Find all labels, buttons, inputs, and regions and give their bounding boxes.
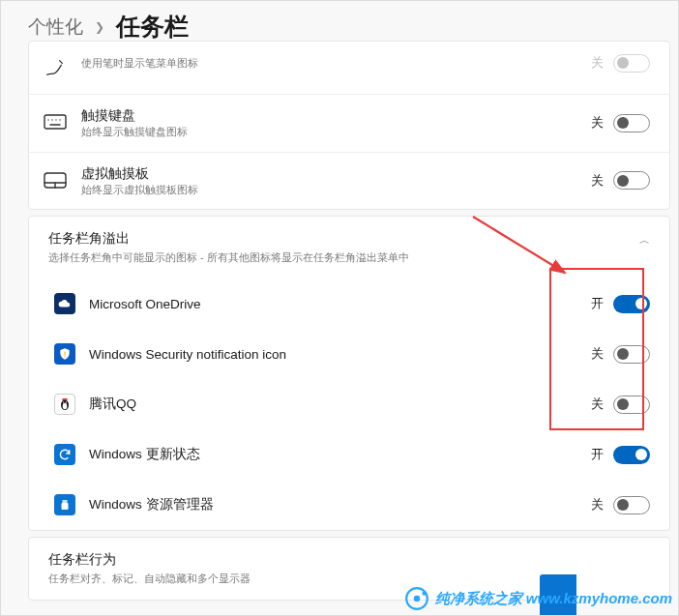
row-touch-keyboard[interactable]: 触摸键盘 始终显示触摸键盘图标 关	[29, 94, 669, 152]
toggle-state-label: 关	[591, 396, 604, 413]
section-header-overflow[interactable]: 任务栏角溢出 选择任务栏角中可能显示的图标 - 所有其他图标将显示在任务栏角溢出…	[29, 217, 669, 279]
svg-point-12	[66, 401, 67, 402]
toggle-control: 开	[591, 295, 650, 313]
toggle-onedrive[interactable]	[613, 295, 650, 313]
toggle-touch-keyboard[interactable]	[613, 114, 650, 132]
toggle-qq[interactable]	[613, 396, 650, 414]
overflow-item-label: Windows 更新状态	[89, 446, 591, 463]
row-title: 触摸键盘	[81, 106, 591, 124]
sec-icon	[54, 343, 75, 365]
overflow-list: Microsoft OneDrive开Windows Security noti…	[29, 279, 669, 530]
svg-point-10	[63, 403, 68, 410]
toggle-state-label: 关	[591, 345, 604, 363]
row-desc: 始终显示虚拟触摸板图标	[81, 183, 591, 197]
svg-rect-15	[62, 503, 69, 510]
toggle-update[interactable]	[613, 446, 650, 464]
overflow-item-label: Microsoft OneDrive	[89, 297, 591, 311]
section-title: 任务栏角溢出	[48, 230, 639, 248]
watermark-bluebar	[540, 574, 576, 615]
panel-corner-icons: 使用笔时显示笔菜单图标 关 触摸键盘 始终显示触摸键盘图标 关	[28, 41, 670, 210]
svg-rect-14	[63, 500, 68, 503]
pen-icon	[43, 55, 68, 80]
section-texts: 任务栏角溢出 选择任务栏角中可能显示的图标 - 所有其他图标将显示在任务栏角溢出…	[48, 230, 639, 265]
keyboard-icon	[43, 110, 68, 135]
toggle-virtual-touchpad[interactable]	[613, 171, 650, 190]
section-title: 任务栏行为	[48, 551, 650, 569]
toggle-state-label: 开	[591, 295, 604, 312]
chevron-up-icon: ︿	[639, 233, 650, 248]
breadcrumb-parent[interactable]: 个性化	[28, 15, 83, 40]
overflow-item-label: 腾讯QQ	[89, 396, 591, 413]
touchpad-icon	[43, 168, 68, 193]
content: 使用笔时显示笔菜单图标 关 触摸键盘 始终显示触摸键盘图标 关	[1, 41, 678, 616]
update-icon	[54, 444, 75, 465]
row-virtual-touchpad[interactable]: 虚拟触摸板 始终显示虚拟触摸板图标 关	[29, 152, 669, 210]
overflow-item-explorer[interactable]: Windows 资源管理器关	[29, 480, 669, 530]
toggle-control: 关	[591, 114, 650, 132]
row-desc: 使用笔时显示笔菜单图标	[81, 56, 591, 71]
svg-rect-0	[44, 115, 66, 129]
overflow-item-label: Windows 资源管理器	[89, 496, 591, 513]
onedrive-icon	[54, 293, 75, 314]
explorer-icon	[54, 494, 75, 515]
row-texts: 虚拟触摸板 始终显示虚拟触摸板图标	[81, 164, 591, 198]
row-texts: 使用笔时显示笔菜单图标	[81, 55, 591, 71]
toggle-control: 关	[591, 54, 650, 73]
svg-rect-13	[62, 398, 67, 400]
toggle-state-label: 关	[591, 496, 604, 513]
overflow-item-sec[interactable]: Windows Security notification icon关	[29, 329, 669, 379]
row-texts: 触摸键盘 始终显示触摸键盘图标	[81, 106, 591, 140]
qq-icon	[54, 394, 75, 415]
toggle-state-label: 关	[591, 172, 604, 190]
toggle-sec[interactable]	[613, 345, 650, 364]
section-desc: 选择任务栏角中可能显示的图标 - 所有其他图标将显示在任务栏角溢出菜单中	[48, 250, 639, 265]
toggle-control: 关	[591, 396, 650, 414]
toggle-control: 开	[591, 446, 650, 464]
toggle-control: 关	[591, 171, 650, 190]
toggle-explorer[interactable]	[613, 496, 650, 514]
overflow-item-label: Windows Security notification icon	[89, 347, 591, 362]
toggle-state-label: 关	[591, 114, 604, 132]
toggle-control: 关	[591, 496, 650, 514]
overflow-item-update[interactable]: Windows 更新状态开	[29, 429, 669, 480]
row-title: 虚拟触摸板	[81, 164, 591, 182]
chevron-right-icon: ❯	[95, 20, 104, 34]
toggle-control: 关	[591, 345, 650, 364]
toggle-state-label: 关	[591, 54, 604, 72]
toggle-pen[interactable]	[613, 54, 650, 73]
overflow-item-qq[interactable]: 腾讯QQ关	[29, 379, 669, 429]
row-pen-menu[interactable]: 使用笔时显示笔菜单图标 关	[29, 42, 669, 94]
page-title: 任务栏	[116, 11, 189, 43]
row-desc: 始终显示触摸键盘图标	[81, 125, 591, 139]
overflow-item-onedrive[interactable]: Microsoft OneDrive开	[29, 279, 669, 329]
panel-overflow: 任务栏角溢出 选择任务栏角中可能显示的图标 - 所有其他图标将显示在任务栏角溢出…	[28, 216, 670, 531]
svg-point-11	[63, 401, 64, 402]
toggle-state-label: 开	[591, 446, 604, 463]
